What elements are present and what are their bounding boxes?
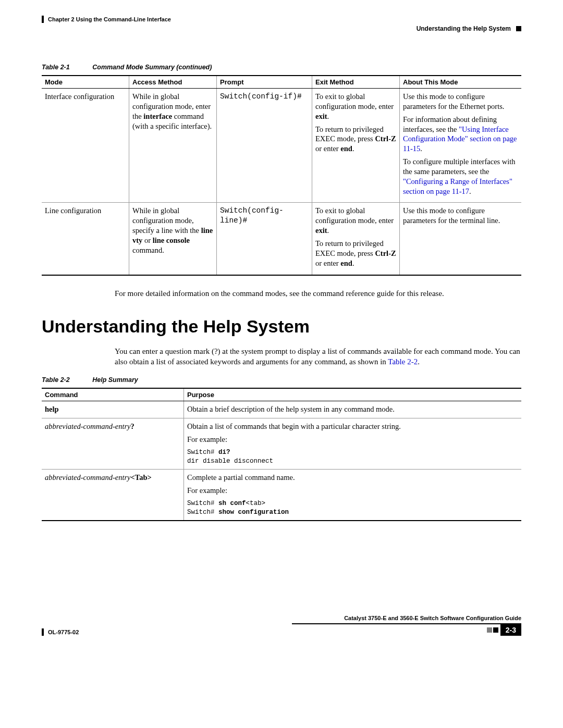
section-heading: Understanding the Help System xyxy=(42,316,521,337)
col-about: About This Mode xyxy=(400,76,522,89)
table2-caption: Table 2-2 Help Summary xyxy=(42,376,521,384)
page-number: 2-3 xyxy=(500,624,521,636)
help-summary-table: Command Purpose help Obtain a brief desc… xyxy=(42,388,521,521)
about-cell: Use this mode to configure parameters fo… xyxy=(400,89,522,203)
guide-title: Catalyst 3750-E and 3560-E Switch Softwa… xyxy=(292,615,521,621)
prompt-cell: Switch(config-line)# xyxy=(217,203,312,275)
mode-cell: Line configuration xyxy=(42,203,129,275)
table-row: abbreviated-command-entry<Tab> Complete … xyxy=(42,469,521,520)
command-mode-table: Mode Access Method Prompt Exit Method Ab… xyxy=(42,75,521,276)
about-cell: Use this mode to configure parameters fo… xyxy=(400,203,522,275)
purpose-cell: Complete a partial command name. For exa… xyxy=(184,469,522,520)
table-row: Interface configuration While in global … xyxy=(42,89,521,203)
table2-title: Help Summary xyxy=(92,376,138,384)
col-command: Command xyxy=(42,388,184,401)
exit-cell: To exit to global configuration mode, en… xyxy=(312,203,400,275)
section-label: Understanding the Help System xyxy=(417,25,511,32)
xref-link[interactable]: "Configuring a Range of Interfaces" sect… xyxy=(403,177,512,195)
col-access: Access Method xyxy=(129,76,217,89)
purpose-cell: Obtain a brief description of the help s… xyxy=(184,401,522,418)
col-exit: Exit Method xyxy=(312,76,400,89)
chapter-label: Chapter 2 Using the Command-Line Interfa… xyxy=(48,16,171,22)
cmd-cell: abbreviated-command-entry? xyxy=(42,418,184,469)
xref-link[interactable]: Table 2-2 xyxy=(388,357,418,366)
col-mode: Mode xyxy=(42,76,129,89)
table-row: Line configuration While in global confi… xyxy=(42,203,521,275)
table-row: help Obtain a brief description of the h… xyxy=(42,401,521,418)
body-para: You can enter a question mark (?) at the… xyxy=(115,346,521,367)
access-cell: While in global configuration mode, spec… xyxy=(129,203,217,275)
access-cell: While in global configuration mode, ente… xyxy=(129,89,217,203)
doc-id: OL-9775-02 xyxy=(48,629,79,635)
col-purpose: Purpose xyxy=(184,388,522,401)
purpose-cell: Obtain a list of commands that begin wit… xyxy=(184,418,522,469)
exit-cell: To exit to global configuration mode, en… xyxy=(312,89,400,203)
running-header-left: Chapter 2 Using the Command-Line Interfa… xyxy=(42,16,521,23)
table2-number: Table 2-2 xyxy=(42,376,70,384)
body-para: For more detailed information on the com… xyxy=(115,288,521,299)
table1-caption: Table 2-1 Command Mode Summary (continue… xyxy=(42,64,521,71)
page-footer: OL-9775-02 Catalyst 3750-E and 3560-E Sw… xyxy=(42,615,521,636)
cmd-cell: help xyxy=(42,401,184,418)
mode-cell: Interface configuration xyxy=(42,89,129,203)
cmd-cell: abbreviated-command-entry<Tab> xyxy=(42,469,184,520)
table1-number: Table 2-1 xyxy=(42,64,70,71)
running-header-right: Understanding the Help System xyxy=(42,25,521,32)
table-row: abbreviated-command-entry? Obtain a list… xyxy=(42,418,521,469)
col-prompt: Prompt xyxy=(217,76,312,89)
table1-title: Command Mode Summary (continued) xyxy=(92,64,212,71)
prompt-cell: Switch(config-if)# xyxy=(217,89,312,203)
